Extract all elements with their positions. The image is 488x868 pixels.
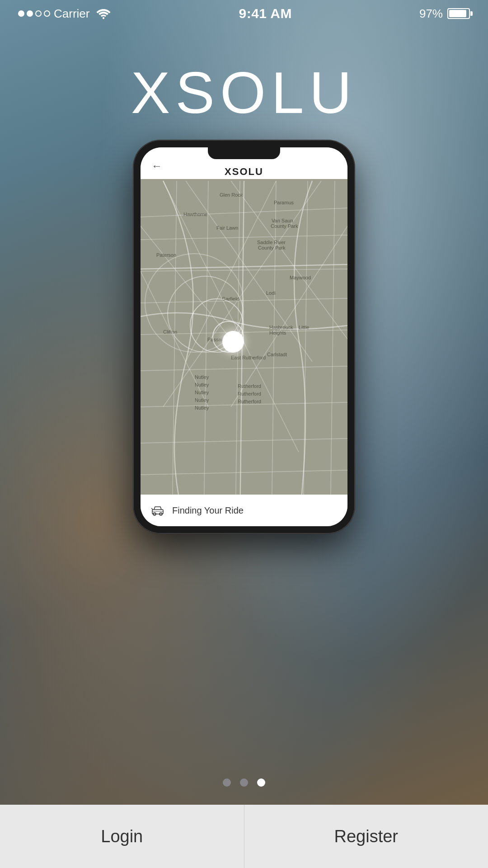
svg-line-15 (330, 181, 335, 524)
svg-text:Paterson: Paterson (156, 252, 176, 258)
back-button[interactable]: ← (151, 154, 162, 172)
status-left: Carrier (18, 7, 111, 21)
svg-text:Fair Lawn: Fair Lawn (216, 225, 238, 231)
svg-text:Lodi: Lodi (266, 290, 276, 296)
svg-text:Heights: Heights (269, 330, 286, 335)
svg-text:Maywood: Maywood (290, 275, 311, 280)
svg-text:Nutley: Nutley (195, 405, 209, 410)
svg-line-57 (151, 508, 153, 509)
svg-text:East Rutherford: East Rutherford (231, 355, 266, 360)
battery-percent: 97% (419, 7, 443, 21)
phone-app-title: XSOLU (225, 160, 263, 178)
svg-text:County Park: County Park (258, 245, 286, 250)
svg-text:Glen Rock: Glen Rock (220, 192, 243, 198)
svg-line-8 (141, 439, 347, 443)
signal-dot-2 (27, 10, 33, 17)
svg-text:Rutherford: Rutherford (238, 391, 261, 396)
register-button[interactable]: Register (244, 805, 488, 868)
svg-text:County Park: County Park (271, 223, 298, 229)
svg-text:Carlstadt: Carlstadt (267, 352, 287, 357)
login-button[interactable]: Login (0, 805, 244, 868)
page-indicator-1[interactable] (223, 778, 231, 787)
status-right: 97% (419, 7, 470, 21)
map-area: Glen Rock Paramus Hawthorne Fair Lawn Va… (141, 179, 347, 526)
signal-dot-4 (44, 10, 50, 17)
svg-rect-53 (152, 509, 163, 514)
app-title: XSOLU (0, 59, 488, 127)
bottom-bar: Login Register (0, 805, 488, 868)
status-bar: Carrier 9:41 AM 97% (0, 0, 488, 27)
carrier-label: Carrier (54, 7, 89, 21)
page-indicators (223, 778, 265, 787)
wifi-icon (96, 8, 111, 19)
svg-text:Saddle River: Saddle River (257, 240, 286, 245)
svg-text:Van Saun: Van Saun (272, 218, 293, 223)
svg-line-11 (204, 181, 208, 524)
battery-icon (447, 8, 470, 19)
ride-finding-icon (150, 502, 166, 519)
svg-text:Nutley: Nutley (195, 390, 209, 395)
svg-line-22 (231, 226, 347, 407)
status-time: 9:41 AM (239, 6, 291, 21)
phone-frame: ← XSOLU (133, 140, 355, 533)
signal-dots (18, 10, 50, 17)
svg-text:Hawthorne: Hawthorne (183, 212, 207, 217)
page-indicator-3[interactable] (257, 778, 265, 787)
svg-text:Nutley: Nutley (195, 374, 209, 380)
svg-text:Rutherford: Rutherford (238, 383, 261, 389)
svg-line-25 (240, 181, 244, 524)
svg-text:Nutley: Nutley (195, 382, 209, 387)
page-indicator-2[interactable] (240, 778, 248, 787)
signal-dot-1 (18, 10, 24, 17)
svg-text:Nutley: Nutley (195, 397, 209, 403)
svg-text:Rutherford: Rutherford (238, 399, 261, 404)
phone-bottom-panel: Finding Your Ride (141, 495, 347, 526)
finding-ride-text: Finding Your Ride (172, 505, 244, 516)
svg-text:Paramus: Paramus (274, 200, 294, 205)
svg-line-9 (141, 470, 347, 475)
phone-mockup: ← XSOLU (133, 140, 355, 533)
svg-line-2 (141, 235, 347, 240)
svg-text:Little: Little (299, 325, 309, 330)
svg-text:Hasbrouck: Hasbrouck (269, 325, 293, 330)
radar-center-dot (222, 331, 244, 353)
svg-point-0 (103, 17, 104, 19)
phone-notch (208, 147, 280, 159)
map-roads-svg: Glen Rock Paramus Hawthorne Fair Lawn Va… (141, 179, 347, 526)
signal-dot-3 (35, 10, 42, 17)
svg-line-6 (141, 366, 347, 371)
phone-screen: ← XSOLU (141, 147, 347, 526)
